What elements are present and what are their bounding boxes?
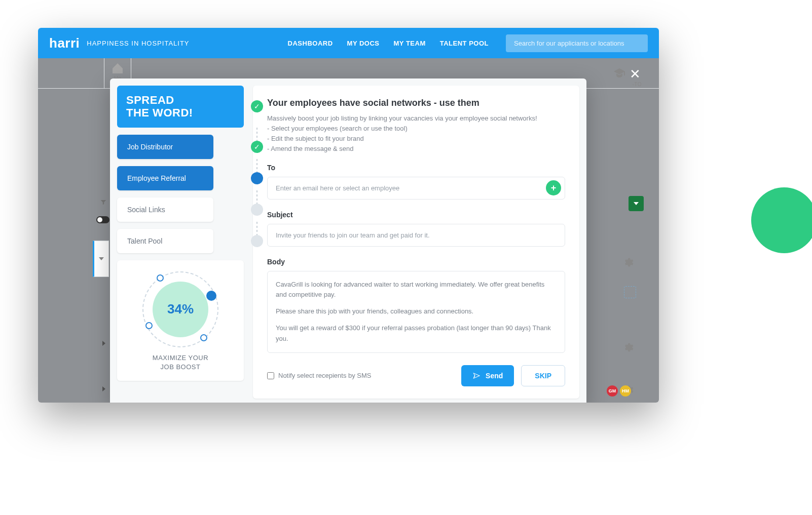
step-talent-pool[interactable]: Talent Pool (117, 229, 213, 253)
header-bar: harri HAPPINESS IN HOSPITALITY DASHBOARD… (38, 28, 659, 58)
role-badges: GM HM (607, 385, 631, 397)
step-employee-referral[interactable]: Employee Referral (117, 166, 213, 190)
orbit-dot-icon (206, 291, 216, 301)
add-recipient-button[interactable]: + (546, 180, 561, 195)
step-marker-pending-icon (251, 204, 263, 216)
step-marker-current-icon (251, 172, 263, 184)
search-input[interactable] (506, 34, 648, 52)
modal-footer: Notify select recepients by SMS Send SKI… (267, 365, 565, 386)
body-textarea[interactable]: CavaGrill is looking for advanced waiter… (267, 271, 565, 353)
panel-title: Your employees have social networks - us… (267, 98, 565, 108)
step-marker-check-icon: ✓ (251, 141, 263, 153)
drop-target[interactable] (624, 286, 636, 298)
home-icon (113, 65, 123, 73)
orbit-dot-icon (145, 322, 153, 329)
job-boost-progress-card: 34% MAXIMIZE YOUR JOB BOOST (117, 260, 244, 381)
tagline: HAPPINESS IN HOSPITALITY (87, 39, 189, 47)
orbit-dot-icon (200, 334, 207, 341)
step-social-links[interactable]: Social Links (117, 197, 213, 222)
send-button[interactable]: Send (461, 365, 514, 386)
step-job-distributor[interactable]: Job Distributor (117, 135, 213, 159)
skip-button[interactable]: SKIP (521, 365, 565, 386)
panel-subtitle: Massively boost your job listing by link… (267, 113, 565, 154)
nav-dashboard[interactable]: DASHBOARD (288, 39, 333, 47)
progress-caption-line1: MAXIMIZE YOUR (123, 353, 238, 363)
howto-suffix: -TO (632, 82, 642, 87)
to-input[interactable] (267, 177, 565, 200)
orbit-dot-icon (157, 274, 164, 282)
body-label: Body (267, 258, 565, 266)
gear-icon[interactable] (622, 257, 634, 268)
nav-talent-pool[interactable]: TALENT POOL (440, 39, 489, 47)
close-icon[interactable]: ✕ (630, 66, 641, 82)
expand-arrow-icon[interactable] (102, 341, 105, 346)
floating-help-bubble[interactable] (751, 187, 812, 253)
notify-sms-label: Notify select recepients by SMS (278, 372, 372, 379)
notify-sms-checkbox[interactable]: Notify select recepients by SMS (267, 372, 372, 379)
main-nav: DASHBOARD MY DOCS MY TEAM TALENT POOL (281, 34, 648, 52)
nav-my-docs[interactable]: MY DOCS (347, 39, 380, 47)
paper-plane-icon (472, 372, 481, 380)
spread-the-word-modal: SPREAD THE WORD! ✓ Job Distributor ✓ Emp… (110, 78, 586, 403)
progress-ring: 34% (142, 271, 218, 347)
modal-main-panel: Your employees have social networks - us… (253, 86, 579, 399)
app-window: harri HAPPINESS IN HOSPITALITY DASHBOARD… (38, 28, 659, 403)
plus-icon: + (551, 183, 557, 193)
graduation-cap-icon[interactable] (613, 67, 625, 82)
step-marker-check-icon: ✓ (251, 100, 263, 112)
filter-icon[interactable] (100, 199, 107, 208)
gear-icon[interactable] (622, 342, 634, 353)
notify-sms-input[interactable] (267, 372, 274, 379)
logo[interactable]: harri (49, 35, 80, 51)
step-marker-pending-icon (251, 235, 263, 247)
progress-caption-line2: JOB BOOST (123, 363, 238, 372)
nav-my-team[interactable]: MY TEAM (394, 39, 426, 47)
subject-input[interactable] (267, 224, 565, 247)
expand-arrow-icon[interactable] (102, 386, 105, 391)
modal-steps-sidebar: SPREAD THE WORD! ✓ Job Distributor ✓ Emp… (117, 86, 244, 399)
toggle-switch[interactable] (96, 216, 109, 223)
badge-gm: GM (607, 385, 618, 397)
badge-hm: HM (620, 385, 631, 397)
action-dropdown[interactable] (629, 196, 644, 211)
collapsed-dropdown[interactable] (93, 241, 109, 277)
progress-percent: 34% (167, 301, 194, 317)
modal-hero-title: SPREAD THE WORD! (117, 86, 244, 128)
subject-label: Subject (267, 211, 565, 219)
to-label: To (267, 164, 565, 172)
